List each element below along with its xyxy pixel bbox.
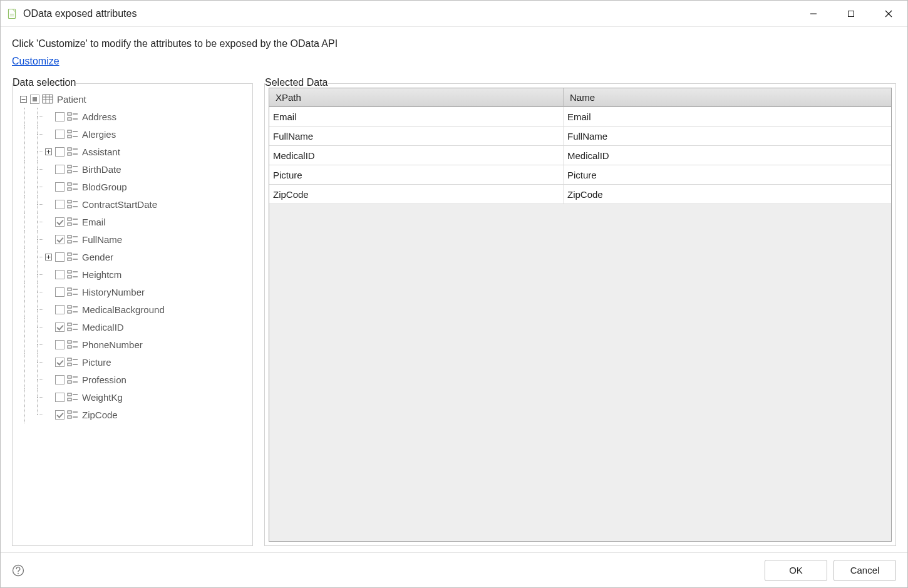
svg-rect-38 (68, 205, 71, 208)
table-icon (42, 94, 53, 104)
svg-rect-69 (68, 328, 71, 331)
svg-rect-26 (68, 153, 71, 155)
checkbox[interactable] (55, 147, 64, 157)
attribute-tree[interactable]: PatientAddressAlergiesAssistantBirthDate… (16, 88, 249, 426)
expand-icon[interactable] (44, 147, 53, 156)
svg-rect-42 (68, 223, 71, 225)
checkbox[interactable] (55, 270, 64, 279)
tree-node-label: Address (82, 111, 116, 122)
tree-node[interactable]: Profession (19, 371, 246, 388)
tree-node[interactable]: Picture (19, 353, 246, 371)
tree-node-label: BirthDate (82, 164, 121, 175)
svg-rect-30 (68, 170, 71, 173)
close-button[interactable] (870, 1, 907, 27)
svg-rect-68 (68, 323, 71, 326)
svg-point-93 (18, 573, 19, 574)
checkbox[interactable] (55, 305, 64, 314)
table-row[interactable]: FullNameFullName (269, 126, 891, 146)
svg-rect-45 (68, 235, 71, 238)
tree-root[interactable]: Patient (19, 90, 246, 108)
tree-node[interactable]: Email (19, 213, 246, 230)
help-icon[interactable] (12, 564, 24, 577)
collapse-icon[interactable] (19, 95, 28, 103)
minimize-button[interactable] (795, 1, 832, 27)
svg-rect-18 (68, 130, 71, 133)
svg-rect-64 (68, 306, 71, 308)
cancel-button[interactable]: Cancel (833, 560, 896, 581)
tree-node[interactable]: Address (19, 108, 246, 125)
table-row[interactable]: MedicalIDMedicalID (269, 146, 891, 165)
expander-placeholder (44, 165, 53, 173)
checkbox[interactable] (55, 165, 64, 174)
field-icon (67, 217, 78, 227)
tree-node[interactable]: Alergies (19, 125, 246, 143)
checkbox[interactable] (55, 130, 64, 139)
tree-node[interactable]: HistoryNumber (19, 283, 246, 301)
checkbox[interactable] (55, 375, 64, 384)
checkbox[interactable] (55, 393, 64, 402)
tree-node[interactable]: ContractStartDate (19, 195, 246, 213)
checkbox[interactable] (55, 112, 64, 121)
checkbox[interactable] (55, 252, 64, 262)
tree-node-label: FullName (82, 234, 122, 245)
customize-link[interactable]: Customize (12, 56, 59, 67)
svg-rect-1 (10, 14, 14, 14)
svg-rect-15 (68, 118, 71, 120)
cell-xpath: Email (269, 107, 564, 126)
cell-name: MedicalID (564, 146, 891, 165)
svg-rect-53 (68, 258, 71, 260)
tree-node[interactable]: WeightKg (19, 388, 246, 406)
tree-node-label: Picture (82, 357, 111, 368)
cell-name: ZipCode (564, 185, 891, 204)
table-row[interactable]: PicturePicture (269, 165, 891, 185)
maximize-button[interactable] (832, 1, 870, 27)
field-icon (67, 234, 78, 244)
expand-icon[interactable] (44, 252, 53, 261)
tree-node[interactable]: Heightcm (19, 266, 246, 283)
tree-node[interactable]: FullName (19, 230, 246, 248)
expander-placeholder (44, 375, 53, 384)
checkbox[interactable] (55, 340, 64, 349)
expander-placeholder (44, 182, 53, 191)
tree-node[interactable]: MedicalBackground (19, 301, 246, 318)
checkbox[interactable] (55, 235, 64, 244)
checkbox[interactable] (55, 322, 64, 332)
tree-container: PatientAddressAlergiesAssistantBirthDate… (16, 88, 249, 542)
svg-rect-76 (68, 358, 71, 361)
field-icon (67, 147, 78, 157)
col-header-name[interactable]: Name (564, 88, 891, 107)
panels-row: Data selection PatientAddressAlergiesAss… (12, 83, 896, 552)
col-header-xpath[interactable]: XPath (269, 88, 564, 107)
svg-rect-84 (68, 393, 71, 396)
table-row[interactable]: ZipCodeZipCode (269, 185, 891, 204)
checkbox[interactable] (55, 217, 64, 227)
svg-rect-34 (68, 188, 71, 190)
table-row[interactable]: EmailEmail (269, 107, 891, 126)
checkbox[interactable] (55, 287, 64, 297)
svg-rect-80 (68, 376, 71, 378)
field-icon (67, 322, 78, 332)
titlebar: OData exposed attributes (1, 1, 907, 27)
tree-node[interactable]: BirthDate (19, 160, 246, 178)
checkbox[interactable] (55, 410, 64, 420)
checkbox[interactable] (30, 95, 39, 104)
field-icon (67, 339, 78, 349)
checkbox[interactable] (55, 182, 64, 192)
checkbox[interactable] (55, 200, 64, 209)
tree-node[interactable]: ZipCode (19, 406, 246, 423)
dialog-window: OData exposed attributes Click 'Customiz… (0, 0, 908, 588)
tree-node-label: MedicalBackground (82, 304, 165, 315)
tree-node[interactable]: Assistant (19, 143, 246, 160)
tree-node[interactable]: PhoneNumber (19, 336, 246, 353)
cell-name: Email (564, 107, 891, 126)
tree-node[interactable]: MedicalID (19, 318, 246, 336)
tree-node[interactable]: BlodGroup (19, 178, 246, 195)
ok-button[interactable]: OK (765, 560, 827, 581)
field-icon (67, 392, 78, 402)
svg-rect-85 (68, 398, 71, 401)
expander-placeholder (44, 235, 53, 244)
tree-node[interactable]: Gender (19, 248, 246, 266)
checkbox[interactable] (55, 358, 64, 367)
svg-rect-4 (849, 11, 854, 16)
cell-xpath: ZipCode (269, 185, 564, 204)
